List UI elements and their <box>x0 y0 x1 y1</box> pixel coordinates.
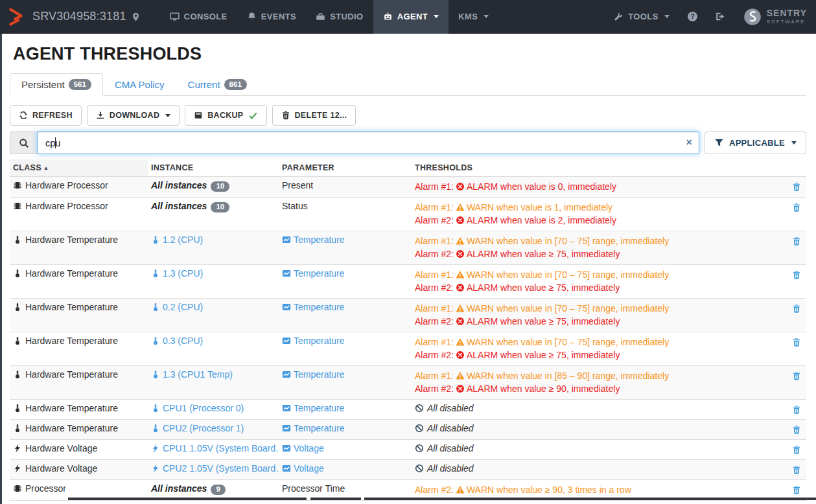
menu-item-kms[interactable]: KMS <box>449 0 498 34</box>
applicable-filter-button[interactable]: APPLICABLE <box>705 132 806 154</box>
instance-link[interactable]: 0.3 (CPU) <box>151 336 203 346</box>
instance-link[interactable]: 1.3 (CPU1 Temp) <box>151 369 233 380</box>
logout-button[interactable] <box>706 11 734 22</box>
class-cell: Hardware Temperature <box>10 400 148 420</box>
delete-row-button[interactable] <box>792 465 801 475</box>
menu-item-events[interactable]: EVENTS <box>237 0 306 34</box>
column-header-parameter[interactable]: PARAMETER <box>279 159 412 177</box>
actions-cell <box>778 420 806 440</box>
threshold-text: WARN when value in [70 – 75] range, imme… <box>467 303 669 314</box>
trash-icon <box>792 270 801 280</box>
svg-text:?: ? <box>690 13 694 20</box>
parameter-link[interactable]: Temperature <box>282 423 345 433</box>
delete-row-button[interactable] <box>792 270 801 281</box>
button-label: DOWNLOAD <box>110 111 159 120</box>
tab-count-badge: 561 <box>69 79 91 90</box>
instance-link[interactable]: 0.2 (CPU) <box>151 302 203 312</box>
instance-cell: CPU2 (Processor 1) <box>148 420 279 440</box>
instance-link[interactable]: 1.2 (CPU) <box>151 235 203 245</box>
thresholds-table: CLASS▲ INSTANCE PARAMETER THRESHOLDS Har… <box>10 159 806 501</box>
menu-item-agent[interactable]: AGENT <box>373 0 449 34</box>
instance-link[interactable]: CPU2 (Processor 1) <box>151 423 244 433</box>
action-toolbar: REFRESH DOWNLOAD BACKUP <box>10 105 806 126</box>
help-button[interactable]: ? <box>679 11 706 22</box>
thermometer-icon <box>151 424 160 433</box>
tools-menu[interactable]: TOOLS <box>605 12 679 21</box>
threshold-text: ALARM when value ≥ 75, immediately <box>467 350 620 360</box>
delete-button[interactable]: DELETE 12... <box>272 105 356 126</box>
parameter-link[interactable]: Temperature <box>282 268 345 279</box>
sentry-software-icon <box>743 8 762 26</box>
bolt-icon <box>151 444 160 453</box>
column-label: INSTANCE <box>151 163 193 172</box>
refresh-button[interactable]: REFRESH <box>10 105 82 126</box>
bolt-icon <box>13 464 22 473</box>
actions-cell <box>778 198 806 231</box>
threshold-label: Alarm #1: <box>415 303 454 314</box>
delete-row-button[interactable] <box>792 236 801 247</box>
delete-row-button[interactable] <box>792 203 801 213</box>
parameter-link[interactable]: Temperature <box>282 302 345 312</box>
column-header-instance[interactable]: INSTANCE <box>148 159 279 177</box>
class-cell: Hardware Temperature <box>10 366 148 400</box>
chart-icon <box>282 424 291 433</box>
parameter-link[interactable]: Temperature <box>282 235 345 245</box>
search-input[interactable] <box>37 132 699 154</box>
bolt-icon <box>13 444 22 453</box>
delete-row-button[interactable] <box>792 485 801 496</box>
instance-link[interactable]: CPU1 (Processor 0) <box>151 403 244 413</box>
parameter-link[interactable]: Voltage <box>282 443 324 453</box>
delete-row-button[interactable] <box>792 405 801 415</box>
thermometer-icon <box>13 424 22 433</box>
server-name: SRV304958:3181 <box>32 10 141 23</box>
menu-item-studio[interactable]: STUDIO <box>306 0 373 34</box>
parameter-cell: Voltage <box>279 460 412 480</box>
parameter-link[interactable]: Temperature <box>282 336 345 346</box>
sentry-logo-icon[interactable] <box>8 7 25 27</box>
threshold-text: WARN when value in [85 – 90] range, imme… <box>467 371 669 381</box>
threshold-label: Alarm #2: <box>415 384 454 394</box>
backup-button[interactable]: BACKUP <box>185 105 266 126</box>
instance-link[interactable]: CPU1 1.05V (System Board… <box>151 443 279 453</box>
trash-icon <box>792 465 801 475</box>
tab-current[interactable]: Current 861 <box>176 73 259 96</box>
actions-cell <box>778 440 806 460</box>
delete-row-button[interactable] <box>792 445 801 455</box>
download-button[interactable]: DOWNLOAD <box>87 105 180 126</box>
parameter-link[interactable]: Temperature <box>282 403 345 413</box>
alarm-icon <box>456 317 465 326</box>
menu-item-console[interactable]: CONSOLE <box>160 0 237 34</box>
all-disabled-label: All disabled <box>415 443 474 453</box>
class-label: Hardware Processor <box>25 180 108 190</box>
instance-link[interactable]: CPU2 1.05V (System Board… <box>151 463 279 474</box>
parameter-link[interactable]: Voltage <box>282 463 324 474</box>
chip-icon <box>13 201 22 211</box>
trash-icon <box>792 445 801 455</box>
delete-row-button[interactable] <box>792 182 801 192</box>
thresholds-cell: All disabled <box>412 460 778 480</box>
instance-link[interactable]: 1.3 (CPU) <box>151 268 203 279</box>
delete-row-button[interactable] <box>792 425 801 435</box>
tab-cma-policy[interactable]: CMA Policy <box>103 73 176 96</box>
chip-icon <box>13 181 22 190</box>
delete-row-button[interactable] <box>792 304 801 314</box>
instance-count-badge: 10 <box>211 181 229 192</box>
trash-icon <box>792 485 801 495</box>
instance-count-badge: 10 <box>211 202 229 213</box>
chart-icon <box>282 464 291 473</box>
parameter-link[interactable]: Temperature <box>282 369 345 380</box>
column-header-thresholds[interactable]: THRESHOLDS <box>412 159 778 177</box>
clear-search-icon[interactable]: × <box>686 136 692 149</box>
parameter-label: Processor Time <box>282 483 345 494</box>
delete-row-button[interactable] <box>792 371 801 382</box>
thermometer-icon <box>13 336 22 345</box>
threshold-line: Alarm #2:ALARM when value ≥ 75, immediat… <box>415 247 775 260</box>
thresholds-cell: Alarm #1:WARN when value in [70 – 75] ra… <box>412 265 778 299</box>
column-header-class[interactable]: CLASS▲ <box>10 159 148 177</box>
tab-label: CMA Policy <box>115 79 165 90</box>
delete-row-button[interactable] <box>792 338 801 348</box>
tab-persistent[interactable]: Persistent 561 <box>10 73 103 96</box>
threshold-line: Alarm #2:WARN when value ≥ 90, 3 times i… <box>415 483 775 496</box>
table-row: Hardware Temperature0.2 (CPU)Temperature… <box>10 299 806 332</box>
class-label: Hardware Voltage <box>25 463 97 474</box>
